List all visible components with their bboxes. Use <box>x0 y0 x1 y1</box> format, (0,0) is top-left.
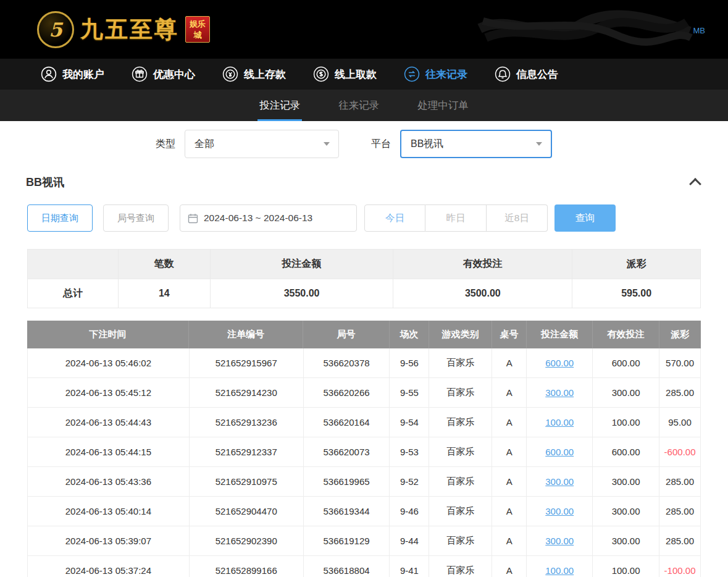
game-type-cell: 百家乐 <box>429 408 492 437</box>
table-no-cell: A <box>492 526 527 555</box>
table-row: 2024-06-13 05:43:36521652910975536619965… <box>28 467 701 497</box>
summary-header-empty <box>28 250 119 279</box>
date-range-value: 2024-06-13 ~ 2024-06-13 <box>204 213 312 224</box>
bet-amount-link[interactable]: 300.00 <box>527 378 593 407</box>
last8days-button[interactable]: 近8日 <box>487 204 548 232</box>
today-button[interactable]: 今日 <box>364 204 425 232</box>
order-id-cell: 521652904470 <box>190 497 304 526</box>
bet-amount-link[interactable]: 100.00 <box>527 556 593 577</box>
nav-item-withdraw[interactable]: 线上取款 <box>313 66 377 82</box>
summary-payout-value: 595.00 <box>572 279 701 308</box>
filter-row: 类型 全部 平台 BB视讯 <box>156 130 728 158</box>
payout-cell: -100.00 <box>659 556 701 577</box>
bet-amount-link[interactable]: 300.00 <box>527 497 593 526</box>
record-tabs: 投注记录 往来记录 处理中订单 <box>0 90 728 121</box>
nav-item-transaction-records[interactable]: 往来记录 <box>404 66 467 82</box>
logo-badge-line1: 娱乐 <box>190 19 206 28</box>
chevron-down-icon <box>324 142 330 146</box>
top-header: 5 九五至尊 娱乐城 MB <box>0 0 728 59</box>
valid-bet-cell: 300.00 <box>593 497 659 526</box>
round-query-button[interactable]: 局号查询 <box>103 204 169 232</box>
bet-amount-link[interactable]: 600.00 <box>527 348 593 377</box>
bell-icon <box>495 66 511 82</box>
table-row: 2024-06-13 05:45:12521652914230536620266… <box>28 378 701 408</box>
search-button[interactable]: 查询 <box>554 204 616 232</box>
payout-cell: 285.00 <box>659 526 701 555</box>
table-row: 2024-06-13 05:44:15521652912337536620073… <box>28 437 701 467</box>
session-cell: 9-44 <box>390 526 429 555</box>
nav-item-announcements[interactable]: 信息公告 <box>495 66 558 82</box>
tab-transaction-records[interactable]: 往来记录 <box>337 90 381 121</box>
bet-amount-link[interactable]: 600.00 <box>527 437 593 466</box>
bet-time-cell: 2024-06-13 05:45:12 <box>28 378 190 407</box>
platform-label: 平台 <box>371 138 391 151</box>
order-id-cell: 521652913236 <box>190 408 304 437</box>
platform-select[interactable]: BB视讯 <box>400 130 552 158</box>
date-query-button[interactable]: 日期查询 <box>27 204 93 232</box>
type-label: 类型 <box>156 138 175 151</box>
calendar-icon <box>188 213 198 224</box>
type-select-value: 全部 <box>195 138 214 151</box>
tab-bet-records[interactable]: 投注记录 <box>257 90 302 121</box>
round-id-cell: 536620164 <box>304 408 390 437</box>
col-header-valid-bet: 有效投注 <box>593 321 659 348</box>
logo-text: 九五至尊 <box>80 14 179 45</box>
tab-pending-orders[interactable]: 处理中订单 <box>416 90 471 121</box>
summary-header-valid-bet: 有效投注 <box>393 250 572 279</box>
logo-badge-line2: 城 <box>194 30 202 40</box>
section-title: BB视讯 <box>26 175 64 190</box>
round-id-cell: 536619344 <box>304 497 390 526</box>
round-id-cell: 536620266 <box>304 378 390 407</box>
table-no-cell: A <box>492 378 527 407</box>
deposit-coin-icon <box>222 66 238 82</box>
table-no-cell: A <box>492 437 527 466</box>
section-header: BB视讯 <box>26 175 700 190</box>
collapse-chevron-up-icon[interactable] <box>689 178 701 190</box>
main-nav: 我的账户 优惠中心 线上存款 线上取款 往来记录 信息公告 <box>0 59 728 90</box>
order-id-cell: 521652910975 <box>190 467 304 496</box>
nav-item-promotions[interactable]: 优惠中心 <box>132 66 195 82</box>
nav-item-my-account[interactable]: 我的账户 <box>41 66 104 82</box>
round-id-cell: 536619129 <box>304 526 390 555</box>
payout-cell: 285.00 <box>659 497 701 526</box>
nav-item-label: 往来记录 <box>425 67 467 82</box>
bet-time-cell: 2024-06-13 05:37:24 <box>28 556 190 577</box>
session-cell: 9-56 <box>390 348 429 377</box>
session-cell: 9-54 <box>390 408 429 437</box>
transfer-icon <box>404 66 420 82</box>
bet-table-header: 下注时间 注单编号 局号 场次 游戏类别 桌号 投注金额 有效投注 派彩 <box>27 321 701 348</box>
session-cell: 9-53 <box>390 437 429 466</box>
logo-emblem-icon: 5 <box>37 11 74 48</box>
round-id-cell: 536619965 <box>304 467 390 496</box>
bet-time-cell: 2024-06-13 05:44:43 <box>28 408 190 437</box>
session-cell: 9-52 <box>390 467 429 496</box>
payout-cell: 285.00 <box>659 378 701 407</box>
valid-bet-cell: 300.00 <box>593 526 659 555</box>
bet-amount-link[interactable]: 100.00 <box>527 408 593 437</box>
game-type-cell: 百家乐 <box>429 497 492 526</box>
order-id-cell: 521652912337 <box>190 437 304 466</box>
col-header-table-no: 桌号 <box>492 321 527 348</box>
logo-badge: 娱乐城 <box>185 16 210 43</box>
nav-item-label: 优惠中心 <box>153 67 195 82</box>
table-row: 2024-06-13 05:39:07521652902390536619129… <box>28 526 701 556</box>
query-controls: 日期查询 局号查询 2024-06-13 ~ 2024-06-13 今日 昨日 … <box>27 204 728 232</box>
col-header-bet-amount: 投注金额 <box>527 321 593 348</box>
bet-records-table: 下注时间 注单编号 局号 场次 游戏类别 桌号 投注金额 有效投注 派彩 202… <box>27 321 701 577</box>
col-header-order-id: 注单编号 <box>189 321 303 348</box>
bet-time-cell: 2024-06-13 05:39:07 <box>28 526 190 555</box>
bet-amount-link[interactable]: 300.00 <box>527 526 593 555</box>
session-cell: 9-46 <box>390 497 429 526</box>
bet-amount-link[interactable]: 300.00 <box>527 467 593 496</box>
order-id-cell: 521652915967 <box>190 348 304 377</box>
table-row: 2024-06-13 05:44:43521652913236536620164… <box>28 408 701 437</box>
col-header-round-id: 局号 <box>303 321 390 348</box>
type-select[interactable]: 全部 <box>185 130 339 158</box>
date-range-input[interactable]: 2024-06-13 ~ 2024-06-13 <box>180 204 357 232</box>
site-logo[interactable]: 5 九五至尊 娱乐城 <box>37 11 210 48</box>
table-no-cell: A <box>492 497 527 526</box>
valid-bet-cell: 300.00 <box>593 467 659 496</box>
redacted-scribble <box>474 10 696 48</box>
nav-item-deposit[interactable]: 线上存款 <box>222 66 286 82</box>
yesterday-button[interactable]: 昨日 <box>425 204 487 232</box>
